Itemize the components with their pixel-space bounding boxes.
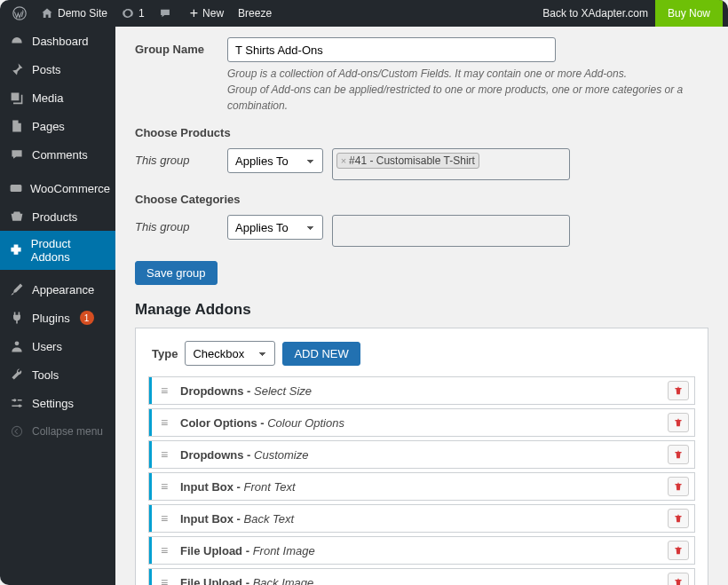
delete-button[interactable] xyxy=(668,541,689,560)
updates-link[interactable]: 1 xyxy=(115,0,152,27)
sidebar-item-media[interactable]: Media xyxy=(0,83,115,112)
choose-categories-heading: Choose Categories xyxy=(135,193,708,206)
products-applies-select[interactable]: Applies To xyxy=(227,148,323,173)
sidebar-item-users[interactable]: Users xyxy=(0,332,115,360)
sidebar-item-product-addons[interactable]: Product Addons xyxy=(0,231,115,270)
sidebar-item-label: Pages xyxy=(32,120,65,133)
this-group-label-categories: This group xyxy=(135,215,227,233)
plus-icon: + xyxy=(190,6,198,20)
sidebar-item-products[interactable]: Products xyxy=(0,202,115,231)
addon-title: Color Options - Colour Options xyxy=(177,416,662,430)
addon-row[interactable]: ≡Input Box - Front Text xyxy=(148,472,695,501)
addon-type-select[interactable]: Checkbox xyxy=(185,341,275,366)
collapse-label: Collapse menu xyxy=(32,425,103,438)
drag-handle-icon[interactable]: ≡ xyxy=(152,543,177,557)
save-group-button[interactable]: Save group xyxy=(135,261,218,285)
brush-icon xyxy=(9,281,25,297)
sidebar-item-label: WooCommerce xyxy=(30,182,110,195)
delete-button[interactable] xyxy=(668,509,689,528)
addon-title: Dropdowns - Select Size xyxy=(177,384,662,398)
svg-point-3 xyxy=(13,399,16,401)
svg-point-5 xyxy=(12,426,21,436)
type-label-top: Type xyxy=(152,347,178,360)
badge: 1 xyxy=(80,311,94,325)
addon-row[interactable]: ≡Dropdowns - Customize xyxy=(148,440,695,469)
trash-icon xyxy=(673,576,684,585)
svg-point-2 xyxy=(15,341,20,345)
sidebar-item-label: Plugins xyxy=(32,312,70,325)
sidebar-item-posts[interactable]: Posts xyxy=(0,55,115,83)
addon-title: File Upload - Front Image xyxy=(177,544,662,557)
group-name-label: Group Name xyxy=(135,37,227,56)
delete-button[interactable] xyxy=(668,445,689,464)
sidebar-item-plugins[interactable]: Plugins1 xyxy=(0,304,115,332)
site-name-link[interactable]: Demo Site xyxy=(34,0,115,27)
trash-icon xyxy=(673,416,684,429)
sidebar-item-label: Tools xyxy=(32,368,59,382)
collapse-icon xyxy=(9,423,25,439)
sidebar-item-label: Users xyxy=(32,340,62,353)
addon-row[interactable]: ≡Dropdowns - Select Size xyxy=(148,376,695,405)
wp-logo[interactable] xyxy=(5,0,34,27)
plug-icon xyxy=(9,310,25,326)
buy-now-button[interactable]: Buy Now xyxy=(655,0,723,27)
sidebar-item-dashboard[interactable]: Dashboard xyxy=(0,27,115,55)
addon-row[interactable]: ≡File Upload - Back Image xyxy=(148,568,695,585)
svg-rect-1 xyxy=(11,185,22,192)
addons-icon xyxy=(9,242,24,258)
manage-addons-box: Type Checkbox ADD NEW ≡Dropdowns - Selec… xyxy=(135,328,708,585)
delete-button[interactable] xyxy=(668,413,689,432)
add-new-button[interactable]: ADD NEW xyxy=(282,342,360,366)
delete-button[interactable] xyxy=(668,477,689,496)
drag-handle-icon[interactable]: ≡ xyxy=(152,575,177,585)
addon-row[interactable]: ≡File Upload - Front Image xyxy=(148,536,695,565)
home-icon xyxy=(41,7,53,20)
sidebar-item-comments[interactable]: Comments xyxy=(0,140,115,169)
manage-addons-heading: Manage Addons xyxy=(135,301,708,319)
addon-title: Dropdowns - Customize xyxy=(177,448,662,462)
new-content-link[interactable]: +New xyxy=(183,0,231,27)
back-to-xadapter[interactable]: Back to XAdapter.com xyxy=(535,0,655,27)
site-name: Demo Site xyxy=(58,7,107,20)
addon-row[interactable]: ≡Input Box - Back Text xyxy=(148,504,695,533)
group-desc-1: Group is a collection of Add-ons/Custom … xyxy=(227,66,708,82)
wrench-icon xyxy=(9,367,25,383)
sidebar-item-label: Appearance xyxy=(32,283,94,296)
trash-icon xyxy=(673,544,684,557)
sidebar-item-label: Products xyxy=(32,210,77,224)
pin-icon xyxy=(9,61,25,77)
drag-handle-icon[interactable]: ≡ xyxy=(152,511,177,526)
sliders-icon xyxy=(9,395,25,411)
drag-handle-icon[interactable]: ≡ xyxy=(152,415,177,430)
token-remove-icon[interactable]: × xyxy=(341,155,347,166)
admin-sidebar: DashboardPostsMediaPagesCommentsWooComme… xyxy=(0,27,115,585)
sidebar-item-tools[interactable]: Tools xyxy=(0,360,115,389)
sidebar-item-label: Comments xyxy=(32,148,88,162)
drag-handle-icon[interactable]: ≡ xyxy=(152,447,177,462)
delete-button[interactable] xyxy=(668,381,689,400)
collapse-menu[interactable]: Collapse menu xyxy=(0,417,115,446)
sidebar-item-settings[interactable]: Settings xyxy=(0,389,115,417)
sidebar-item-label: Settings xyxy=(32,397,74,410)
products-token-box[interactable]: ×#41 - Customisable T-Shirt xyxy=(332,148,570,180)
trash-icon xyxy=(673,384,684,397)
categories-applies-select[interactable]: Applies To xyxy=(227,215,323,240)
comments-link[interactable] xyxy=(152,0,183,27)
breeze-link[interactable]: Breeze xyxy=(231,0,279,27)
trash-icon xyxy=(673,480,684,493)
drag-handle-icon[interactable]: ≡ xyxy=(152,479,177,494)
sidebar-item-appearance[interactable]: Appearance xyxy=(0,275,115,304)
main-content: Group Name Group is a collection of Add-… xyxy=(115,27,728,585)
group-name-input[interactable] xyxy=(227,37,556,62)
trash-icon xyxy=(673,448,684,461)
refresh-icon xyxy=(122,7,134,20)
drag-handle-icon[interactable]: ≡ xyxy=(152,383,177,398)
product-token[interactable]: ×#41 - Customisable T-Shirt xyxy=(336,153,479,169)
admin-bar: Demo Site 1 +New Breeze Back to XAdapter… xyxy=(0,0,728,27)
sidebar-item-woocommerce[interactable]: WooCommerce xyxy=(0,174,115,202)
addon-row[interactable]: ≡Color Options - Colour Options xyxy=(148,408,695,437)
sidebar-item-pages[interactable]: Pages xyxy=(0,112,115,140)
woo-icon xyxy=(9,180,23,196)
categories-token-box[interactable] xyxy=(332,215,570,247)
delete-button[interactable] xyxy=(668,573,689,585)
